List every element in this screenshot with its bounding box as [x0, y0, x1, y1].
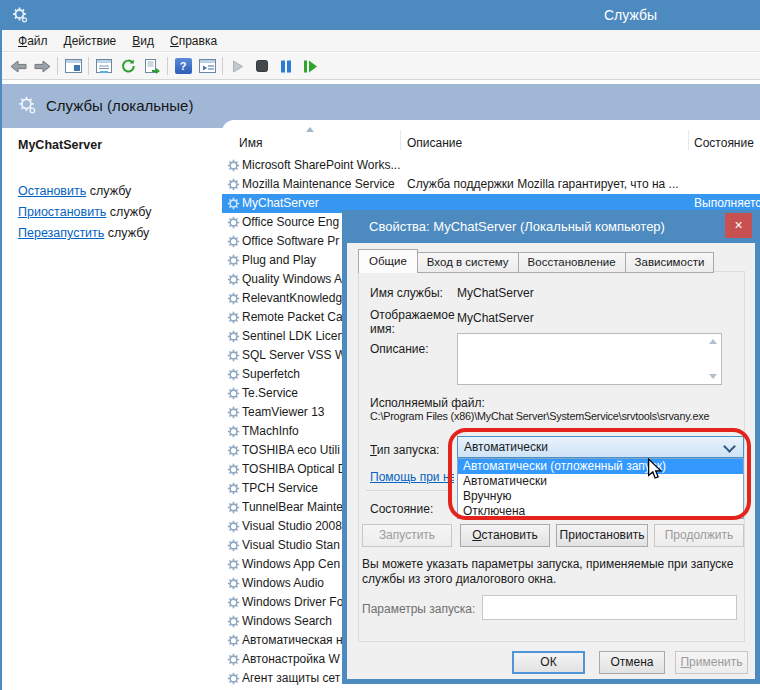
- service-gear-icon: [227, 672, 240, 685]
- help-icon: ?: [175, 58, 192, 74]
- start-service-icon: [232, 60, 244, 73]
- service-row[interactable]: Mozilla Maintenance Service Служба подде…: [222, 175, 760, 194]
- service-name-cell: Mozilla Maintenance Service: [242, 177, 414, 191]
- task-link-row: Приостановить службу: [18, 205, 151, 226]
- service-gear-icon: [227, 653, 240, 666]
- executable-path: C:\Program Files (x86)\MyChat Server\Sys…: [370, 410, 709, 422]
- column-separator[interactable]: [688, 130, 689, 150]
- banner-title: Службы (локальные): [46, 97, 193, 114]
- mouse-cursor-icon: [647, 458, 663, 480]
- service-action-link[interactable]: Приостановить: [18, 205, 106, 219]
- restart-service-button[interactable]: [298, 55, 322, 77]
- service-gear-icon: [227, 634, 240, 647]
- show-window-button[interactable]: [195, 55, 219, 77]
- forward-button[interactable]: [30, 55, 54, 77]
- menu-item[interactable]: Справка: [162, 32, 225, 50]
- properties-button[interactable]: [92, 55, 116, 77]
- menu-item[interactable]: Вид: [124, 32, 162, 50]
- service-action-link[interactable]: Остановить: [18, 184, 86, 198]
- task-link-rest: службу: [86, 184, 131, 198]
- services-gear-icon: [12, 7, 28, 23]
- service-gear-icon: [227, 159, 240, 172]
- resume-button[interactable]: Продолжить: [654, 524, 744, 547]
- back-button[interactable]: [6, 55, 30, 77]
- task-link-row: Остановить службу: [18, 184, 151, 205]
- export-list-button[interactable]: [140, 55, 164, 77]
- service-gear-icon: [227, 235, 240, 248]
- toolbar-separator: [88, 57, 89, 75]
- task-link-row: Перезапустить службу: [18, 226, 151, 247]
- task-links: Остановить службу Приостановить службу П…: [18, 184, 151, 247]
- services-window: Службы ФайлДействиеВидСправка ?: [0, 0, 760, 690]
- service-status-cell: Выполняется: [694, 196, 760, 210]
- cancel-button[interactable]: Отмена: [599, 651, 665, 674]
- task-link-rest: службу: [104, 226, 149, 240]
- dialog-tab[interactable]: Общие: [358, 249, 418, 273]
- start-button[interactable]: Запустить: [362, 524, 452, 547]
- dialog-tabs: ОбщиеВход в системуВосстановлениеЗависим…: [358, 249, 713, 273]
- properties-icon: [96, 59, 112, 73]
- service-name-cell: Microsoft SharePoint Works...: [242, 158, 414, 172]
- service-name-value: MyChatServer: [457, 286, 534, 300]
- show-window-icon: [199, 59, 216, 73]
- close-icon: ×: [734, 217, 742, 233]
- list-header: Имя Описание Состояние: [222, 120, 760, 154]
- start-service-button[interactable]: [226, 55, 250, 77]
- description-textarea[interactable]: [457, 333, 722, 385]
- title-bar[interactable]: Службы: [0, 0, 760, 30]
- service-gear-icon: [227, 368, 240, 381]
- dialog-tab[interactable]: Вход в систему: [417, 252, 519, 273]
- service-gear-icon: [227, 254, 240, 267]
- show-console-tree-button[interactable]: [61, 55, 85, 77]
- sort-ascending-icon: [306, 127, 314, 132]
- stop-button[interactable]: Остановить: [460, 524, 550, 547]
- service-name-cell: MyChatServer: [242, 196, 414, 210]
- service-gear-icon: [227, 482, 240, 495]
- menu-item[interactable]: Файл: [10, 32, 56, 50]
- service-description-cell: Служба поддержки Mozilla гарантирует, чт…: [407, 177, 692, 191]
- forward-icon: [34, 60, 51, 73]
- service-gear-icon: [227, 501, 240, 514]
- column-header-description[interactable]: Описание: [407, 136, 462, 150]
- scroll-down-icon[interactable]: [709, 374, 717, 379]
- close-button[interactable]: ×: [725, 213, 752, 238]
- dialog-tab[interactable]: Зависимости: [625, 252, 715, 273]
- service-gear-icon: [227, 330, 240, 343]
- scroll-up-icon[interactable]: [709, 339, 717, 344]
- help-button[interactable]: ?: [171, 55, 195, 77]
- service-gear-icon: [227, 577, 240, 590]
- selected-service-name: MyChatServer: [18, 138, 102, 152]
- menu-item[interactable]: Действие: [56, 32, 125, 50]
- ok-button[interactable]: ОК: [512, 651, 585, 674]
- service-gear-icon: [227, 463, 240, 476]
- display-name-value: MyChatServer: [457, 311, 534, 325]
- export-list-icon: [144, 59, 160, 74]
- refresh-icon: [120, 58, 136, 74]
- column-header-status[interactable]: Состояние: [694, 136, 754, 150]
- pause-service-button[interactable]: [274, 55, 298, 77]
- service-row[interactable]: Microsoft SharePoint Works...: [222, 156, 760, 175]
- startup-help-link[interactable]: Помощь при нас: [370, 470, 454, 484]
- service-gear-icon: [227, 444, 240, 457]
- banner-gear-icon: [18, 96, 36, 114]
- dialog-title-bar[interactable]: Свойства: MyChatServer (Локальный компью…: [342, 210, 760, 243]
- column-header-name[interactable]: Имя: [239, 136, 262, 150]
- divider: [366, 490, 452, 491]
- task-pane: MyChatServer Остановить службу Приостано…: [2, 128, 220, 690]
- startup-parameters-label: Параметры запуска:: [362, 602, 475, 616]
- executable-label: Исполняемый файл:: [370, 396, 485, 410]
- apply-button[interactable]: Применить: [675, 651, 748, 674]
- column-separator[interactable]: [400, 130, 401, 150]
- pause-button[interactable]: Приостановить: [556, 524, 648, 547]
- service-gear-icon: [227, 425, 240, 438]
- service-action-link[interactable]: Перезапустить: [18, 226, 104, 240]
- service-gear-icon: [227, 292, 240, 305]
- stop-service-button[interactable]: [250, 55, 274, 77]
- dialog-tab[interactable]: Восстановление: [518, 252, 626, 273]
- service-gear-icon: [227, 273, 240, 286]
- service-gear-icon: [227, 311, 240, 324]
- service-gear-icon: [227, 197, 240, 210]
- display-name-label: Отображаемое имя:: [370, 308, 452, 336]
- refresh-button[interactable]: [116, 55, 140, 77]
- startup-parameters-input[interactable]: [482, 595, 737, 620]
